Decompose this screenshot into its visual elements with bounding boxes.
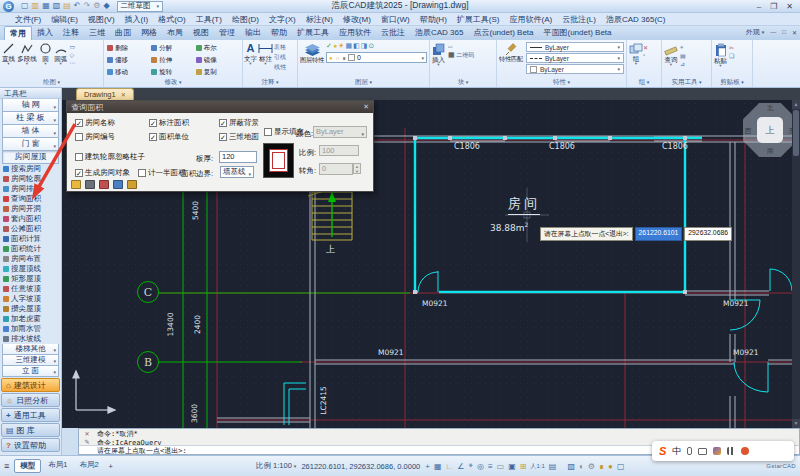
color-dropdown[interactable]: ByLayer bbox=[526, 42, 624, 52]
menu-item[interactable]: 应用软件(A) bbox=[504, 14, 557, 25]
ime-mode-toggle[interactable]: 中 bbox=[672, 445, 681, 458]
measure-angle-icon[interactable] bbox=[127, 180, 137, 189]
sidebar-item[interactable]: 公摊面积 bbox=[0, 224, 61, 234]
area-icon[interactable]: ⊿ bbox=[680, 60, 686, 67]
qr-code-button[interactable]: ▦ 二维码 bbox=[448, 51, 474, 60]
draw-extra-icons[interactable]: ▭◇⋯ bbox=[69, 40, 75, 66]
layout-tab[interactable]: 模型 bbox=[14, 459, 41, 473]
scale-indicator[interactable]: 比例 1:100 bbox=[256, 461, 296, 471]
create-block-icon[interactable]: ▫▫ bbox=[448, 44, 474, 50]
sidebar-item[interactable]: 房间布置 bbox=[0, 254, 61, 264]
quick-calc-icon[interactable]: ▤ bbox=[680, 52, 686, 59]
ribbon-tab[interactable]: 浩辰CAD 365 bbox=[410, 26, 468, 40]
menu-item[interactable]: 文字(X) bbox=[264, 14, 301, 25]
ribbon-tab[interactable]: 视图 bbox=[188, 26, 214, 40]
y-coordinate-input[interactable]: 292632.0686 bbox=[684, 227, 732, 241]
measure-button[interactable]: 查询 bbox=[664, 41, 678, 68]
annotate-small-button[interactable]: 表格 bbox=[274, 43, 286, 52]
ribbon-tab[interactable]: 扩展工具 bbox=[292, 26, 334, 40]
sidebar-group-button[interactable]: 三维建模 bbox=[2, 355, 59, 366]
lineweight-dropdown[interactable]: ByLayer bbox=[526, 64, 624, 74]
sidebar-item[interactable]: 加老虎窗 bbox=[0, 314, 61, 324]
toolbox-icon[interactable] bbox=[727, 447, 735, 455]
sidebar-header[interactable]: 工具栏 bbox=[0, 88, 61, 99]
compass-south[interactable]: 南 bbox=[767, 147, 774, 156]
ribbon-tab[interactable]: 插入 bbox=[32, 26, 58, 40]
sidebar-group-button[interactable]: 门 窗 bbox=[2, 138, 59, 151]
checkbox-room-number[interactable]: 房间编号 bbox=[75, 132, 115, 142]
ribbon-tab[interactable]: 管理 bbox=[214, 26, 240, 40]
ribbon-tab[interactable]: 云批注 bbox=[376, 26, 410, 40]
sidebar-group-button[interactable]: 房间屋顶 bbox=[2, 151, 59, 164]
restore-button[interactable]: ❐ bbox=[770, 2, 777, 11]
modify-tool-button[interactable]: 拉伸 bbox=[151, 54, 195, 66]
sidebar-group-button[interactable]: 立 面 bbox=[2, 366, 59, 377]
checkbox-area-unit[interactable]: ✓面积单位 bbox=[149, 132, 189, 142]
layer-dropdown[interactable]: ● ☼ ∎ 0 bbox=[326, 52, 427, 63]
circle-button[interactable]: 圆 bbox=[39, 40, 52, 67]
fill-color-dropdown[interactable]: ByLayer bbox=[313, 126, 367, 138]
modify-tool-button[interactable]: 镜像 bbox=[196, 54, 240, 66]
checkbox-3d-floor[interactable]: ✓三维地面 bbox=[219, 132, 259, 142]
menu-item[interactable]: 格式(O) bbox=[153, 14, 191, 25]
sogou-logo-icon[interactable]: S bbox=[659, 445, 666, 457]
modify-tool-button[interactable]: 偏移 bbox=[107, 54, 151, 66]
annotate-small-button[interactable]: 线性 bbox=[274, 63, 286, 72]
annotate-small-button[interactable]: 引线 bbox=[274, 53, 286, 62]
sidebar-item[interactable]: 加雨水管 bbox=[0, 324, 61, 334]
sidebar-item[interactable]: 查询面积 bbox=[0, 194, 61, 204]
grid-icon[interactable]: ▦ bbox=[434, 462, 442, 471]
isolate-objects-icon[interactable]: ◐ bbox=[579, 462, 584, 471]
boundary-dropdown[interactable]: 墙基线 bbox=[220, 166, 254, 178]
clean-screen-icon[interactable]: ▧ bbox=[567, 462, 575, 471]
sidebar-item[interactable]: 房间轮廓 bbox=[0, 174, 61, 184]
menu-item[interactable]: 绘图(D) bbox=[227, 14, 264, 25]
sidebar-item[interactable]: 面积计算 bbox=[0, 234, 61, 244]
menu-item[interactable]: 扩展工具(S) bbox=[452, 14, 505, 25]
dynamic-input-icon[interactable]: ▣ bbox=[508, 462, 516, 471]
modify-tool-button[interactable]: 布尔 bbox=[196, 42, 240, 54]
ribbon-tab[interactable]: 平面图(undet) Beta bbox=[539, 26, 617, 40]
new-layout-button[interactable]: + bbox=[109, 462, 113, 471]
transparency-icon[interactable]: ▭ bbox=[497, 462, 505, 471]
close-tab-icon[interactable]: ✕ bbox=[121, 91, 126, 98]
doc-minimize-icon[interactable]: — bbox=[770, 29, 776, 35]
open-style-icon[interactable] bbox=[71, 180, 81, 189]
checkbox-room-name[interactable]: ✓房间名称 bbox=[75, 118, 115, 128]
doc-restore-icon[interactable]: □ bbox=[782, 29, 786, 35]
menu-item[interactable]: 云批注(L) bbox=[557, 14, 601, 25]
panel-label-clipboard[interactable]: 剪贴板 bbox=[712, 78, 752, 87]
fill-scale-field[interactable]: 100 bbox=[319, 145, 359, 156]
lineweight-icon[interactable]: ≡ bbox=[488, 462, 493, 471]
ribbon-tab[interactable]: 常用 bbox=[4, 26, 32, 40]
sidebar-item[interactable]: 房间开洞 bbox=[0, 204, 61, 214]
scrollbar-thumb[interactable] bbox=[793, 110, 799, 156]
compass-north[interactable]: 北 bbox=[767, 104, 774, 113]
scroll-down-icon[interactable]: ▼ bbox=[792, 419, 800, 428]
canvas-vertical-scrollbar[interactable]: ▲ ▼ bbox=[792, 100, 800, 428]
thickness-field[interactable]: 120 bbox=[219, 151, 257, 163]
layout-tab[interactable]: 布局1 bbox=[43, 459, 72, 473]
pickup-style-icon[interactable] bbox=[85, 180, 95, 189]
menu-item[interactable]: 浩辰CAD 365(C) bbox=[601, 14, 671, 25]
linetype-dropdown[interactable]: ByLayer bbox=[526, 53, 624, 63]
layer-tools-row[interactable]: ✓●☀▦◧◨⊙ bbox=[326, 42, 375, 49]
cut-icon[interactable]: ✂ bbox=[729, 44, 734, 51]
sidebar-mode-button[interactable]: 建筑设计 bbox=[1, 378, 60, 392]
modify-tool-button[interactable]: 移动 bbox=[107, 66, 151, 78]
skin-icon[interactable] bbox=[713, 447, 721, 455]
keyboard-icon[interactable] bbox=[698, 448, 707, 455]
sidebar-item[interactable]: 攒尖屋顶 bbox=[0, 304, 61, 314]
panel-label-modify[interactable]: 修改 bbox=[104, 78, 242, 87]
ribbon-tab[interactable]: 帮助 bbox=[266, 26, 292, 40]
ribbon-tab[interactable]: 输出 bbox=[240, 26, 266, 40]
export-style-icon[interactable] bbox=[113, 180, 123, 189]
polar-icon[interactable]: ∠ bbox=[457, 462, 464, 471]
sidebar-group-button[interactable]: 柱 梁 板 bbox=[2, 112, 59, 125]
sidebar-item[interactable]: 套内面积 bbox=[0, 214, 61, 224]
sidebar-item[interactable]: 排水坡线 bbox=[0, 334, 61, 344]
hardware-accel-icon[interactable]: ● bbox=[608, 462, 613, 471]
paste-button[interactable]: 粘贴 bbox=[714, 41, 727, 69]
panel-label-utilities[interactable]: 实用工具 bbox=[662, 78, 711, 87]
sidebar-mode-button[interactable]: 设置帮助 bbox=[1, 438, 60, 452]
